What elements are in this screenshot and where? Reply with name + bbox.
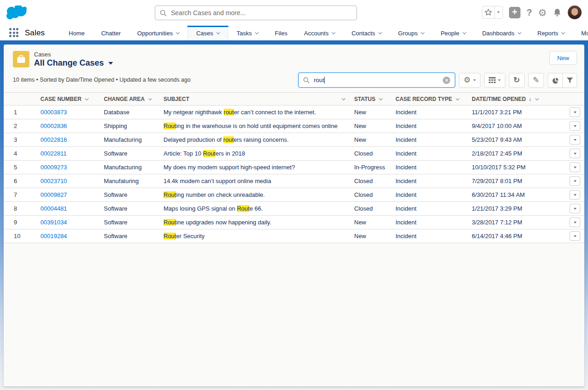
filter-funnel-icon	[566, 77, 573, 84]
nav-item-contacts[interactable]: Contacts	[343, 26, 390, 40]
row-actions-button[interactable]	[570, 162, 580, 172]
table-row: 1 00003873 Database My netgear nighthawk…	[4, 106, 584, 119]
subject-cell: Routing in the warehouse is on hold unti…	[159, 123, 350, 129]
case-number-link[interactable]: 00009827	[40, 191, 67, 198]
change-area-cell: Software	[99, 205, 159, 212]
nav-item-files[interactable]: Files	[266, 26, 295, 40]
filter-button[interactable]	[562, 73, 577, 87]
refresh-button[interactable]: ↻	[509, 73, 525, 88]
user-avatar[interactable]	[568, 6, 582, 19]
nav-item-accounts[interactable]: Accounts	[296, 26, 343, 40]
row-actions-button[interactable]	[570, 149, 580, 158]
opened-cell: 1/21/2017 3:29 PM	[467, 205, 565, 212]
column-header-status[interactable]: STATUS	[350, 93, 391, 105]
help-icon[interactable]: ?	[526, 7, 532, 18]
row-actions-button[interactable]	[570, 190, 580, 200]
row-actions-button[interactable]	[570, 217, 580, 227]
global-search	[155, 6, 357, 20]
case-number-link[interactable]: 00002836	[40, 123, 67, 129]
nav-item-dashboards[interactable]: Dashboards	[474, 26, 529, 40]
row-actions-button[interactable]	[570, 204, 580, 213]
nav-item-cases[interactable]: Cases	[187, 26, 228, 40]
status-cell: New	[350, 136, 391, 143]
column-header-change-area[interactable]: CHANGE AREA	[99, 93, 159, 105]
column-header-rownum	[4, 93, 36, 105]
star-icon[interactable]	[482, 6, 494, 18]
search-highlight: Rout	[164, 219, 176, 226]
row-actions-button[interactable]	[570, 231, 580, 241]
case-number-link[interactable]: 00019284	[40, 233, 67, 240]
list-view-selector[interactable]: All Change Cases	[34, 58, 113, 68]
case-number-link[interactable]: 00022816	[40, 136, 67, 143]
opened-cell: 3/28/2017 7:12 PM	[467, 219, 565, 226]
record-type-cell: Incident	[391, 219, 467, 226]
record-type-cell: Incident	[391, 164, 467, 171]
nav-item-home[interactable]: Home	[61, 26, 93, 40]
status-cell: New	[350, 109, 391, 116]
list-view-controls-button[interactable]: ⚙	[459, 73, 480, 88]
column-header-case-record-type[interactable]: CASE RECORD TYPE	[391, 93, 467, 105]
row-actions-button[interactable]	[570, 176, 580, 186]
case-number-link[interactable]: 00023710	[40, 178, 67, 184]
change-area-cell: Manufaturing	[99, 178, 159, 184]
case-number-link[interactable]: 00004481	[40, 205, 67, 212]
subject-cell: 14.4k modem can’t support online media	[159, 178, 350, 184]
row-actions-button[interactable]	[570, 135, 580, 145]
search-icon	[303, 77, 310, 84]
case-number-link[interactable]: 00022811	[40, 150, 67, 157]
global-search-input[interactable]	[171, 9, 352, 17]
column-header-subject[interactable]: SUBJECT	[159, 93, 350, 105]
subject-cell: Article: Top 10 Routers in 2018	[159, 150, 350, 157]
edit-button[interactable]: ✎	[528, 73, 544, 88]
change-area-cell: Shipping	[99, 123, 159, 129]
table-row: 8 00004481 Software Maps losing GPS sign…	[4, 202, 584, 216]
pencil-icon: ✎	[533, 76, 539, 84]
row-number: 4	[4, 150, 36, 157]
chevron-down-icon	[456, 96, 459, 100]
chevron-down-icon	[561, 30, 565, 34]
nav-item-groups[interactable]: Groups	[390, 26, 433, 40]
nav-item-reports[interactable]: Reports	[529, 26, 573, 40]
favorites-button[interactable]	[482, 6, 503, 19]
charts-button[interactable]	[548, 73, 562, 87]
row-actions-button[interactable]	[570, 107, 580, 117]
nav-item-more[interactable]: More	[573, 26, 588, 40]
setup-gear-icon[interactable]: ⚙	[538, 8, 547, 17]
column-header-date-time-opened[interactable]: DATE/TIME OPENED↓	[467, 93, 565, 105]
case-number-link[interactable]: 00003873	[40, 109, 67, 116]
chevron-down-icon	[462, 30, 466, 34]
notifications-bell-icon[interactable]	[553, 8, 562, 17]
opened-cell: 9/4/2017 10:00 AM	[467, 123, 565, 129]
case-number-link[interactable]: 00391034	[40, 219, 67, 226]
favorites-dropdown-icon[interactable]	[494, 6, 503, 18]
record-type-cell: Incident	[391, 123, 467, 129]
search-highlight: Rout	[237, 205, 249, 212]
record-type-cell: Incident	[391, 150, 467, 157]
chevron-down-icon	[255, 30, 259, 34]
row-number: 9	[4, 219, 36, 226]
row-number: 3	[4, 136, 36, 143]
row-actions-button[interactable]	[570, 121, 580, 131]
status-cell: In-Progress	[350, 164, 391, 171]
nav-item-chatter[interactable]: Chatter	[93, 26, 129, 40]
chevron-down-icon	[379, 96, 383, 100]
case-number-link[interactable]: 00009273	[40, 164, 67, 171]
nav-item-people[interactable]: People	[432, 26, 474, 40]
app-name: Sales	[25, 26, 45, 40]
nav-item-tasks[interactable]: Tasks	[228, 26, 266, 40]
opened-cell: 5/23/2017 9:43 AM	[467, 136, 565, 143]
quick-create-icon[interactable]: +	[509, 7, 520, 18]
clear-search-icon[interactable]: ✕	[443, 77, 450, 84]
opened-cell: 7/29/2017 8:01 PM	[467, 178, 565, 184]
table-row: 9 00391034 Software Routine updgrades no…	[4, 216, 584, 229]
display-as-button[interactable]	[484, 73, 505, 88]
sort-descending-icon: ↓	[529, 96, 531, 102]
new-button[interactable]: New	[549, 51, 577, 65]
column-header-case-number[interactable]: CASE NUMBER	[36, 93, 99, 105]
nav-item-opportunities[interactable]: Opportunities	[129, 26, 187, 40]
list-view-dropdown-icon[interactable]	[108, 62, 113, 65]
search-highlight: Rout	[203, 150, 215, 157]
list-search-input[interactable]: rout ✕	[298, 72, 455, 88]
app-launcher-waffle-icon[interactable]	[9, 28, 18, 38]
record-type-cell: Incident	[391, 109, 467, 116]
